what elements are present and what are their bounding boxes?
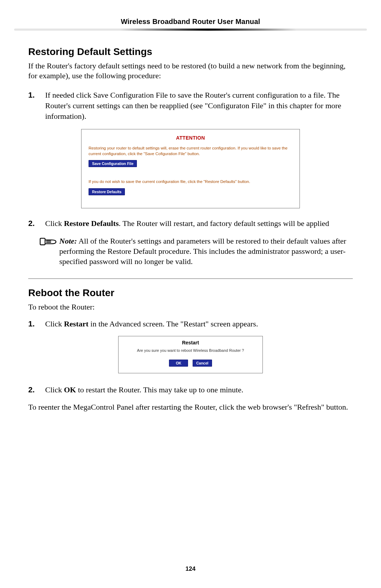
step-text: Click OK to restart the Router. This may…: [45, 385, 243, 395]
manual-page: Wireless Broadband Router User Manual Re…: [0, 0, 381, 588]
section1-step1: 1. If needed click Save Configuration Fi…: [28, 90, 353, 121]
step-number: 2.: [28, 385, 45, 395]
note-text: Note: All of the Router's settings and p…: [59, 236, 353, 267]
step-number: 2.: [28, 218, 45, 229]
section2-step2: 2. Click OK to restart the Router. This …: [28, 385, 353, 395]
step-text: Click Restore Defaults. The Router will …: [45, 218, 329, 229]
section-heading-restore: Restoring Default Settings: [28, 46, 353, 57]
section1-step2: 2. Click Restore Defaults. The Router wi…: [28, 218, 353, 229]
section-heading-reboot: Reboot the Router: [28, 287, 353, 299]
restart-title: Restart: [124, 340, 257, 345]
running-head: Wireless Broadband Router User Manual: [28, 18, 353, 26]
section1-intro: If the Router's factory default settings…: [28, 61, 353, 81]
save-config-button[interactable]: Save Configuration File: [89, 160, 137, 167]
svg-rect-0: [40, 238, 45, 245]
restore-defaults-button[interactable]: Restore Defaults: [89, 188, 125, 195]
ok-button[interactable]: OK: [169, 360, 188, 367]
attention-dialog: ATTENTION Restoring your router to defau…: [81, 129, 300, 208]
cancel-button[interactable]: Cancel: [193, 360, 212, 367]
step-text: Click Restart in the Advanced screen. Th…: [45, 319, 258, 329]
step-number: 1.: [28, 319, 45, 329]
step-text: If needed click Save Configuration File …: [45, 90, 353, 121]
attention-msg1: Restoring your router to default setting…: [89, 146, 292, 157]
note-hand-icon: [40, 236, 59, 267]
header-rule: [14, 29, 367, 31]
section2-intro: To reboot the Router:: [28, 302, 353, 312]
restart-msg: Are you sure you want to reboot Wireless…: [124, 348, 257, 353]
attention-title: ATTENTION: [89, 135, 292, 141]
page-number: 124: [0, 565, 381, 572]
restart-dialog: Restart Are you sure you want to reboot …: [118, 336, 263, 373]
attention-msg2: If you do not wish to save the current c…: [89, 179, 292, 185]
section2-closing: To reenter the MegaControl Panel after r…: [28, 402, 353, 412]
section2-step1: 1. Click Restart in the Advanced screen.…: [28, 319, 353, 329]
step-number: 1.: [28, 90, 45, 121]
section-divider: [28, 278, 353, 279]
note-block: Note: All of the Router's settings and p…: [40, 236, 353, 267]
